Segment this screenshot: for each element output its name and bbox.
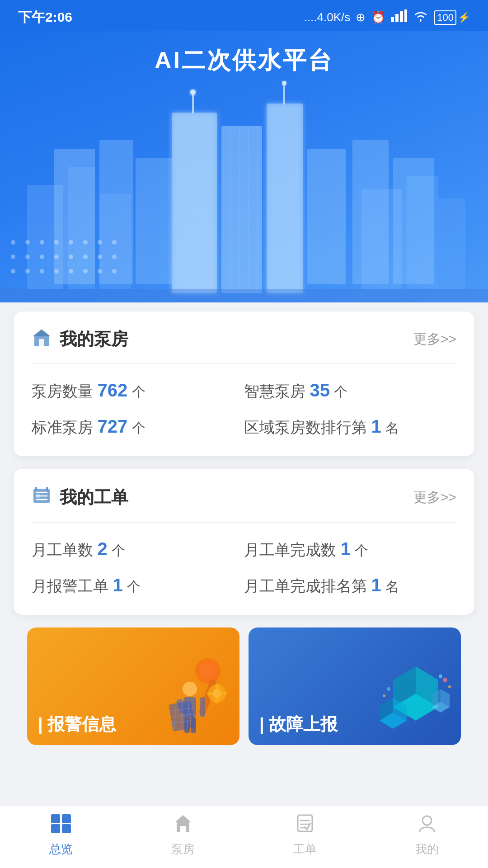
stat-smart-pump-label: 智慧泵房 <box>244 382 305 400</box>
svg-rect-35 <box>221 126 262 293</box>
stat-order-rank: 月工单完成排名第 1 名 <box>244 575 456 597</box>
svg-point-58 <box>282 81 286 85</box>
work-order-stats: 月工单数 2 个 月工单完成数 1 个 月报警工单 1 个 月工单完成排名第 1… <box>32 539 456 597</box>
stat-pump-count-value: 762 <box>97 380 127 400</box>
cards-section: 我的泵房 更多>> 泵房数量 762 个 智慧泵房 35 个 标准泵房 727 … <box>0 302 488 754</box>
svg-point-105 <box>383 694 385 697</box>
svg-point-104 <box>387 687 390 691</box>
nav-label-workorder: 工单 <box>293 841 317 857</box>
pump-room-title-wrap: 我的泵房 <box>32 328 128 351</box>
svg-point-101 <box>443 678 447 682</box>
svg-rect-91 <box>221 692 227 695</box>
stat-monthly-completed: 月工单完成数 1 个 <box>244 539 456 561</box>
stat-monthly-alerts-unit: 个 <box>127 579 141 594</box>
stat-order-rank-unit: 名 <box>385 579 399 594</box>
stat-pump-rank-unit: 名 <box>385 420 399 435</box>
bottom-nav: 总览 泵房 工单 <box>0 806 488 868</box>
nav-label-pump: 泵房 <box>171 841 195 857</box>
nav-item-mine[interactable]: 我的 <box>366 813 488 857</box>
svg-rect-89 <box>215 698 219 703</box>
overview-icon <box>50 813 72 838</box>
status-time: 下午2:06 <box>18 8 72 27</box>
svg-rect-61 <box>39 339 44 346</box>
svg-rect-13 <box>307 149 346 284</box>
svg-rect-59 <box>0 289 488 302</box>
work-order-header: 我的工单 更多>> <box>32 485 456 509</box>
bluetooth-icon: ⊕ <box>356 10 366 24</box>
stat-pump-count: 泵房数量 762 个 <box>32 380 244 402</box>
nav-item-overview[interactable]: 总览 <box>0 813 122 857</box>
svg-rect-109 <box>62 824 71 833</box>
stat-monthly-completed-label: 月工单完成数 <box>244 541 336 558</box>
stat-pump-rank: 区域泵房数排行第 1 名 <box>244 416 456 438</box>
pump-room-stats: 泵房数量 762 个 智慧泵房 35 个 标准泵房 727 个 区域泵房数排行第… <box>32 380 456 438</box>
status-bar: 下午2:06 ....4.0K/s ⊕ ⏰ 100 ⚡ <box>0 0 488 31</box>
fault-banner-label: 故障上报 <box>249 704 461 745</box>
pump-room-icon <box>32 328 52 351</box>
svg-rect-106 <box>51 814 60 823</box>
nav-label-overview: 总览 <box>49 841 73 857</box>
stat-monthly-orders-label: 月工单数 <box>32 541 93 558</box>
dot-pattern <box>9 238 118 275</box>
alarm-icon: ⏰ <box>371 10 385 24</box>
svg-rect-15 <box>393 158 434 284</box>
svg-rect-33 <box>192 94 194 113</box>
network-speed: ....4.0K/s <box>304 10 351 24</box>
stat-monthly-alerts: 月报警工单 1 个 <box>32 575 244 597</box>
svg-rect-0 <box>391 17 394 22</box>
nav-label-mine: 我的 <box>415 841 439 857</box>
svg-marker-62 <box>33 330 50 336</box>
stat-smart-pump-unit: 个 <box>334 384 347 399</box>
signal-icon <box>391 9 407 25</box>
stat-monthly-alerts-label: 月报警工单 <box>32 577 108 594</box>
svg-rect-57 <box>283 85 285 104</box>
svg-point-71 <box>200 663 216 679</box>
stat-monthly-orders-value: 2 <box>97 539 107 559</box>
pump-room-title: 我的泵房 <box>60 328 128 351</box>
stat-monthly-completed-value: 1 <box>340 539 350 559</box>
hero-section: AI二次供水平台 <box>0 31 488 302</box>
stat-standard-pump-unit: 个 <box>132 420 145 435</box>
stat-standard-pump: 标准泵房 727 个 <box>32 416 244 438</box>
pump-room-more[interactable]: 更多>> <box>413 330 456 349</box>
battery-icon: 100 ⚡ <box>434 10 470 25</box>
svg-rect-2 <box>400 11 403 22</box>
stat-monthly-orders-unit: 个 <box>112 543 125 558</box>
work-order-title-wrap: 我的工单 <box>32 485 128 509</box>
svg-rect-1 <box>395 14 399 22</box>
svg-point-103 <box>439 675 442 678</box>
stat-order-rank-value: 1 <box>371 575 381 595</box>
fault-banner[interactable]: 故障上报 <box>249 627 461 745</box>
pump-room-header: 我的泵房 更多>> <box>32 328 456 351</box>
status-icons: ....4.0K/s ⊕ ⏰ 100 ⚡ <box>304 9 470 25</box>
work-order-icon <box>32 485 52 509</box>
workorder-nav-icon <box>295 813 315 838</box>
stat-standard-pump-label: 标准泵房 <box>32 419 93 436</box>
stat-order-rank-label: 月工单完成排名第 <box>244 577 367 594</box>
svg-rect-88 <box>215 684 219 689</box>
pump-nav-icon <box>173 813 193 838</box>
work-order-title: 我的工单 <box>60 486 128 509</box>
alarm-banner[interactable]: 报警信息 <box>27 627 239 745</box>
svg-rect-111 <box>180 826 186 832</box>
stat-monthly-alerts-value: 1 <box>113 575 122 595</box>
svg-point-102 <box>448 685 451 688</box>
app-title: AI二次供水平台 <box>0 45 488 76</box>
work-order-card: 我的工单 更多>> 月工单数 2 个 月工单完成数 1 个 月报警工单 1 个 … <box>14 469 474 615</box>
work-order-more[interactable]: 更多>> <box>413 488 456 507</box>
pump-room-divider <box>32 363 456 364</box>
nav-item-workorder[interactable]: 工单 <box>244 813 366 857</box>
svg-rect-12 <box>136 158 172 284</box>
nav-item-pump[interactable]: 泵房 <box>122 813 244 857</box>
stat-smart-pump-value: 35 <box>310 380 330 400</box>
stat-smart-pump: 智慧泵房 35 个 <box>244 380 456 402</box>
svg-point-87 <box>212 689 221 698</box>
svg-rect-65 <box>46 487 48 491</box>
svg-rect-14 <box>352 140 389 284</box>
mine-nav-icon <box>417 813 437 838</box>
stat-monthly-orders: 月工单数 2 个 <box>32 539 244 561</box>
svg-rect-9 <box>438 198 465 289</box>
svg-rect-3 <box>404 9 407 22</box>
banner-row: 报警信息 <box>14 627 474 745</box>
svg-rect-64 <box>35 487 37 491</box>
